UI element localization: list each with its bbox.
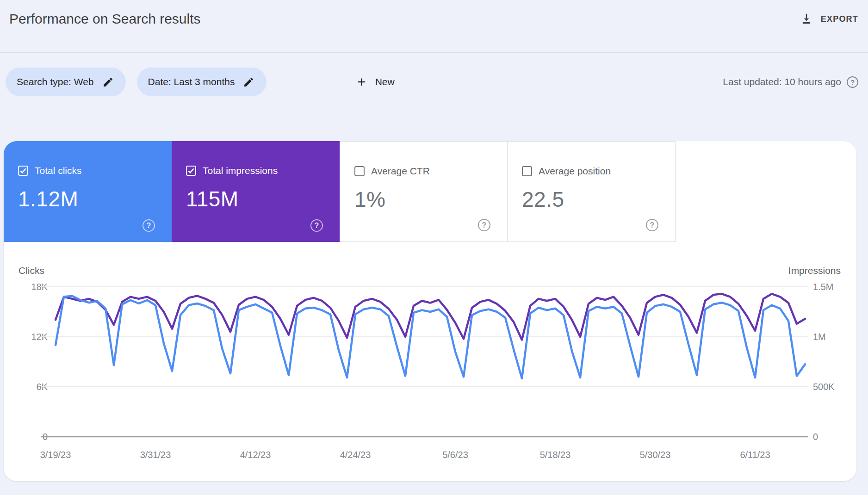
help-icon[interactable]: ? xyxy=(478,219,490,231)
plus-icon: + xyxy=(357,74,366,89)
checkbox-unchecked-icon[interactable] xyxy=(522,166,532,176)
help-icon[interactable]: ? xyxy=(143,219,155,232)
checkbox-unchecked-icon[interactable] xyxy=(354,166,365,176)
new-filter-button[interactable]: + New xyxy=(357,68,395,96)
left-axis-title: Clicks xyxy=(19,265,44,276)
download-icon xyxy=(800,12,813,26)
help-icon[interactable]: ? xyxy=(646,219,658,231)
new-filter-label: New xyxy=(375,76,395,87)
search-type-chip-label: Search type: Web xyxy=(17,76,94,87)
total-clicks-card[interactable]: Total clicks 1.12M ? xyxy=(4,141,172,242)
help-icon[interactable]: ? xyxy=(847,76,858,88)
average-ctr-value: 1% xyxy=(354,187,507,212)
page-title: Performance on Search results xyxy=(9,11,201,27)
last-updated-text: Last updated: 10 hours ago xyxy=(723,76,841,87)
total-impressions-card[interactable]: Total impressions 115M ? xyxy=(172,141,340,242)
export-button[interactable]: EXPORT xyxy=(800,12,858,26)
metric-card-row: Total clicks 1.12M ? Total impressions 1… xyxy=(4,141,676,242)
right-axis-title: Impressions xyxy=(788,265,841,276)
average-ctr-card[interactable]: Average CTR 1% ? xyxy=(340,141,508,242)
average-position-label: Average position xyxy=(539,166,611,177)
checkbox-checked-icon[interactable] xyxy=(18,166,28,176)
performance-line-chart xyxy=(0,278,868,453)
average-position-card[interactable]: Average position 22.5 ? xyxy=(508,141,676,242)
header-divider xyxy=(0,52,868,53)
total-impressions-value: 115M xyxy=(186,186,340,211)
export-label: EXPORT xyxy=(821,14,858,24)
filter-chip-row: Search type: Web Date: Last 3 months xyxy=(6,68,267,96)
total-clicks-value: 1.12M xyxy=(18,186,172,211)
series-line-total-impressions xyxy=(56,294,805,340)
average-position-value: 22.5 xyxy=(522,187,675,212)
total-impressions-label: Total impressions xyxy=(203,165,278,176)
date-range-chip[interactable]: Date: Last 3 months xyxy=(137,68,267,96)
date-range-chip-label: Date: Last 3 months xyxy=(148,76,235,87)
help-icon[interactable]: ? xyxy=(310,219,323,232)
search-type-chip[interactable]: Search type: Web xyxy=(6,68,126,96)
edit-pencil-icon[interactable] xyxy=(102,76,114,88)
last-updated-status: Last updated: 10 hours ago ? xyxy=(723,68,858,96)
edit-pencil-icon[interactable] xyxy=(243,76,254,88)
checkbox-checked-icon[interactable] xyxy=(186,166,196,176)
average-ctr-label: Average CTR xyxy=(371,166,430,177)
total-clicks-label: Total clicks xyxy=(35,165,82,176)
